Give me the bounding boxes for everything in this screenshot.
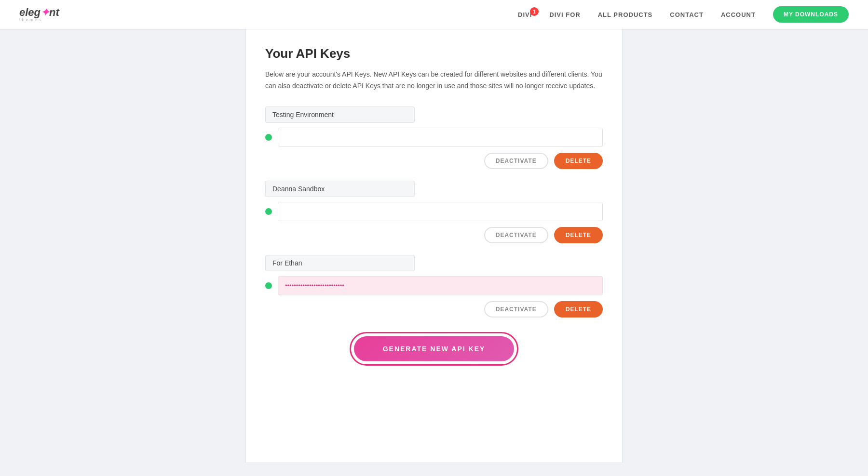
deactivate-button-1[interactable]: DEACTIVATE	[484, 153, 548, 169]
nav-divi-for[interactable]: DIVI FOR	[549, 11, 580, 18]
api-key-name-1[interactable]	[265, 106, 415, 123]
api-key-name-2[interactable]	[265, 181, 415, 197]
status-dot-1	[265, 134, 272, 141]
status-dot-3	[265, 282, 272, 289]
logo[interactable]: eleg✦nt themes	[19, 7, 59, 22]
api-key-entry-1: DEACTIVATE DELETE	[265, 106, 603, 169]
generate-btn-wrapper: GENERATE NEW API KEY	[265, 332, 603, 366]
nav-divi[interactable]: DIVI 1	[518, 11, 532, 18]
api-key-field-2[interactable]	[278, 202, 603, 221]
generate-btn-outer: GENERATE NEW API KEY	[350, 332, 519, 366]
deactivate-button-2[interactable]: DEACTIVATE	[484, 227, 548, 243]
deactivate-button-3[interactable]: DEACTIVATE	[484, 301, 548, 317]
api-key-entry-2: DEACTIVATE DELETE	[265, 181, 603, 243]
nav-contact[interactable]: CONTACT	[670, 11, 704, 18]
delete-button-2[interactable]: DELETE	[554, 227, 603, 243]
status-dot-2	[265, 208, 272, 215]
section-title: Your API Keys	[265, 46, 603, 61]
main-nav: eleg✦nt themes DIVI 1 DIVI FOR ALL PRODU…	[0, 0, 868, 29]
api-key-row-3	[265, 276, 603, 295]
api-key-row-1	[265, 128, 603, 147]
api-key-field-1[interactable]	[278, 128, 603, 147]
api-key-row-2	[265, 202, 603, 221]
api-key-entry-3: DEACTIVATE DELETE	[265, 255, 603, 317]
divi-badge: 1	[530, 7, 539, 16]
api-key-field-3[interactable]	[278, 276, 603, 295]
content-panel: Your API Keys Below are your account's A…	[246, 29, 622, 463]
delete-button-3[interactable]: DELETE	[554, 301, 603, 317]
api-key-name-3[interactable]	[265, 255, 415, 271]
main-wrapper: Your API Keys Below are your account's A…	[0, 29, 868, 476]
api-key-actions-2: DEACTIVATE DELETE	[265, 227, 603, 243]
nav-account[interactable]: ACCOUNT	[721, 11, 756, 18]
delete-button-1[interactable]: DELETE	[554, 153, 603, 169]
my-downloads-button[interactable]: MY DOWNLOADS	[773, 6, 849, 23]
nav-links: DIVI 1 DIVI FOR ALL PRODUCTS CONTACT ACC…	[518, 6, 849, 23]
nav-all-products[interactable]: ALL PRODUCTS	[598, 11, 653, 18]
generate-new-api-key-button[interactable]: GENERATE NEW API KEY	[354, 336, 515, 361]
section-description: Below are your account's API Keys. New A…	[265, 69, 603, 92]
api-key-actions-1: DEACTIVATE DELETE	[265, 153, 603, 169]
api-key-actions-3: DEACTIVATE DELETE	[265, 301, 603, 317]
